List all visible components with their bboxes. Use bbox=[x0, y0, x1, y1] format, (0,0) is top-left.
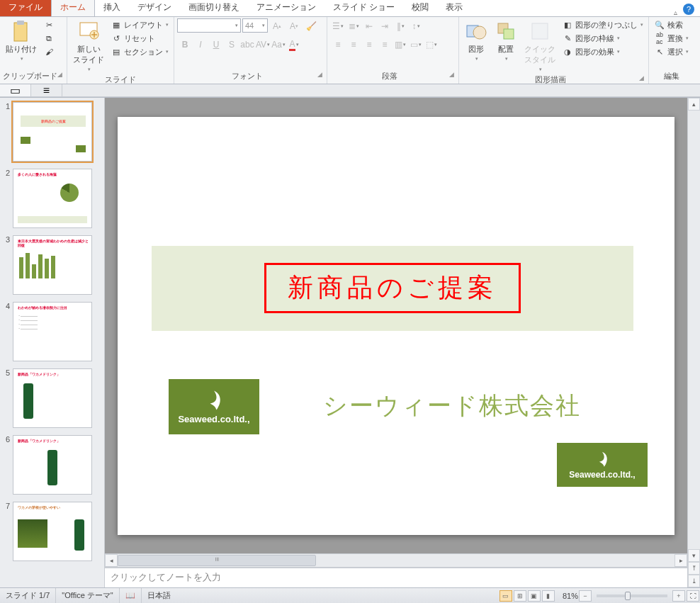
view-reading-button[interactable]: ▣ bbox=[528, 590, 541, 602]
replace-button[interactable]: abac置換▾ bbox=[652, 32, 691, 45]
dialog-launcher-icon[interactable]: ◢ bbox=[639, 74, 644, 81]
status-theme[interactable]: "Office テーマ" bbox=[56, 588, 119, 603]
align-text-button[interactable]: ▭▾ bbox=[408, 37, 424, 52]
tab-animations[interactable]: アニメーション bbox=[248, 0, 324, 16]
prev-slide-button[interactable]: ⤒ bbox=[688, 562, 700, 575]
help-icon[interactable]: ? bbox=[683, 4, 694, 15]
shape-outline-button[interactable]: ✎図形の枠線▾ bbox=[560, 32, 645, 45]
scroll-thumb[interactable] bbox=[118, 555, 316, 566]
find-icon: 🔍 bbox=[654, 19, 665, 30]
align-right-button[interactable]: ≡ bbox=[361, 37, 377, 52]
shrink-font-button[interactable]: A▾ bbox=[286, 18, 302, 34]
view-slideshow-button[interactable]: ▮ bbox=[542, 590, 555, 602]
slide-thumbnail-4[interactable]: わかめが秘める潜在能力に注目 ・――――――・――――――・――――――・―――… bbox=[13, 302, 92, 361]
tab-file[interactable]: ファイル bbox=[0, 0, 51, 16]
status-spellcheck[interactable]: 📖 bbox=[120, 588, 142, 603]
format-painter-button[interactable]: 🖌 bbox=[41, 45, 57, 58]
company-logo-large[interactable]: Seaweed.co.ltd., bbox=[169, 379, 259, 434]
vertical-scrollbar[interactable]: ▴ ▾ ⤒ ⤓ bbox=[687, 98, 700, 587]
slide-canvas[interactable]: 新商品のご提案 Seaweed.co.ltd., シーウィード株式会社 Seaw… bbox=[118, 117, 674, 535]
italic-button[interactable]: I bbox=[193, 37, 208, 52]
thumbnails-tab[interactable]: ▭ bbox=[0, 84, 31, 96]
new-slide-button[interactable]: 新しい スライド▾ bbox=[70, 18, 107, 74]
justify-button[interactable]: ≡ bbox=[377, 37, 393, 52]
slide-thumbnail-6[interactable]: 新商品「ワカメドリンク」 bbox=[13, 435, 92, 495]
indent-button[interactable]: ⇥ bbox=[377, 18, 393, 34]
title-placeholder[interactable]: 新商品のご提案 bbox=[152, 246, 633, 331]
scroll-right-button[interactable]: ▸ bbox=[674, 554, 687, 567]
company-name-text[interactable]: シーウィード株式会社 bbox=[323, 390, 581, 422]
clear-format-button[interactable]: 🧹 bbox=[303, 18, 319, 34]
zoom-in-button[interactable]: + bbox=[672, 590, 685, 602]
horizontal-scrollbar[interactable]: ◂ ▸ bbox=[105, 553, 687, 566]
line-spacing-button[interactable]: ‖▾ bbox=[393, 18, 408, 34]
fit-to-window-button[interactable]: ⛶ bbox=[687, 590, 699, 602]
tab-transitions[interactable]: 画面切り替え bbox=[180, 0, 248, 16]
bullets-button[interactable]: ☰▾ bbox=[330, 18, 346, 34]
layout-button[interactable]: ▦レイアウト▾ bbox=[108, 18, 171, 31]
quickstyle-button[interactable]: クイック スタイル▾ bbox=[521, 18, 558, 74]
tab-review[interactable]: 校閲 bbox=[403, 0, 437, 16]
shape-effects-button[interactable]: ◑図形の効果▾ bbox=[560, 45, 645, 58]
slide-thumbnail-5[interactable]: 新商品「ワカメドリンク」 bbox=[13, 368, 92, 428]
slide-thumbnail-7[interactable]: ワカメの芽根が使いやすい bbox=[13, 502, 92, 561]
outdent-button[interactable]: ⇤ bbox=[361, 18, 377, 34]
reset-button[interactable]: ↺リセット bbox=[108, 32, 171, 45]
slide-thumbnail-2[interactable]: 多くの人に愛される海藻 bbox=[13, 169, 92, 228]
group-slides: 新しい スライド▾ ▦レイアウト▾ ↺リセット ▤セクション▾ スライド bbox=[67, 17, 174, 84]
zoom-out-button[interactable]: − bbox=[579, 590, 592, 602]
paste-button[interactable]: 貼り付け▾ bbox=[3, 18, 40, 63]
align-center-button[interactable]: ≡ bbox=[346, 37, 361, 52]
outline-tab[interactable]: ≡ bbox=[31, 84, 62, 96]
thumbnail-panel[interactable]: 1 新商品のご提案 2 多くの人に愛される海藻 3 東日本大震災後の宮城わかめの… bbox=[0, 98, 105, 587]
slide-editor[interactable]: 新商品のご提案 Seaweed.co.ltd., シーウィード株式会社 Seaw… bbox=[105, 98, 687, 553]
tab-slideshow[interactable]: スライド ショー bbox=[324, 0, 403, 16]
tab-insert[interactable]: 挿入 bbox=[95, 0, 129, 16]
view-normal-button[interactable]: ▭ bbox=[499, 590, 512, 602]
dialog-launcher-icon[interactable]: ◢ bbox=[57, 71, 62, 78]
scroll-down-button[interactable]: ▾ bbox=[688, 549, 700, 562]
copy-button[interactable]: ⧉ bbox=[41, 32, 57, 45]
section-button[interactable]: ▤セクション▾ bbox=[108, 45, 171, 58]
dialog-launcher-icon[interactable]: ◢ bbox=[449, 71, 454, 78]
underline-button[interactable]: U bbox=[208, 37, 224, 52]
shape-fill-button[interactable]: ◧図形の塗りつぶし▾ bbox=[560, 18, 645, 31]
slide-thumbnail-1[interactable]: 新商品のご提案 bbox=[13, 102, 92, 162]
scroll-up-button[interactable]: ▴ bbox=[688, 98, 700, 111]
slide-thumbnail-3[interactable]: 東日本大震災後の宮城わかめの生産は減少と回復 bbox=[13, 235, 92, 295]
columns-button[interactable]: ▥▾ bbox=[393, 37, 408, 52]
text-direction-button[interactable]: ↕▾ bbox=[408, 18, 424, 34]
change-case-button[interactable]: Aa▾ bbox=[271, 37, 286, 52]
status-slide-position[interactable]: スライド 1/7 bbox=[0, 588, 56, 603]
zoom-slider[interactable] bbox=[597, 594, 667, 597]
font-size-select[interactable]: 44▾ bbox=[242, 18, 268, 33]
zoom-slider-thumb[interactable] bbox=[625, 592, 631, 600]
strike-button[interactable]: S bbox=[224, 37, 239, 52]
char-spacing-button[interactable]: AV▾ bbox=[255, 37, 271, 52]
company-logo-small[interactable]: Seaweed.co.ltd., bbox=[557, 443, 648, 487]
arrange-button[interactable]: 配置▾ bbox=[492, 18, 520, 63]
bold-button[interactable]: B bbox=[177, 37, 193, 52]
grow-font-button[interactable]: A▴ bbox=[269, 18, 285, 34]
view-sorter-button[interactable]: ⊞ bbox=[514, 590, 526, 602]
tab-home[interactable]: ホーム bbox=[51, 0, 95, 16]
tab-design[interactable]: デザイン bbox=[129, 0, 180, 16]
smartart-button[interactable]: ⬚▾ bbox=[424, 37, 439, 52]
status-language[interactable]: 日本語 bbox=[142, 588, 176, 603]
cut-button[interactable]: ✂ bbox=[41, 18, 57, 31]
select-button[interactable]: ↖選択▾ bbox=[652, 45, 691, 58]
font-color-button[interactable]: A▾ bbox=[286, 37, 302, 52]
shadow-button[interactable]: abc bbox=[239, 37, 255, 52]
align-left-button[interactable]: ≡ bbox=[330, 37, 346, 52]
zoom-percent[interactable]: 81% bbox=[563, 592, 578, 600]
scroll-left-button[interactable]: ◂ bbox=[105, 554, 118, 567]
find-button[interactable]: 🔍検索 bbox=[652, 18, 691, 31]
dialog-launcher-icon[interactable]: ◢ bbox=[317, 71, 322, 78]
next-slide-button[interactable]: ⤓ bbox=[688, 575, 700, 587]
shapes-button[interactable]: 図形▾ bbox=[462, 18, 490, 63]
font-family-select[interactable]: ▾ bbox=[177, 18, 241, 33]
notes-pane[interactable]: クリックしてノートを入力 bbox=[105, 566, 687, 587]
tab-view[interactable]: 表示 bbox=[437, 0, 471, 16]
ribbon-collapse-icon[interactable]: ▵ bbox=[674, 9, 677, 16]
numbering-button[interactable]: ≣▾ bbox=[346, 18, 361, 34]
